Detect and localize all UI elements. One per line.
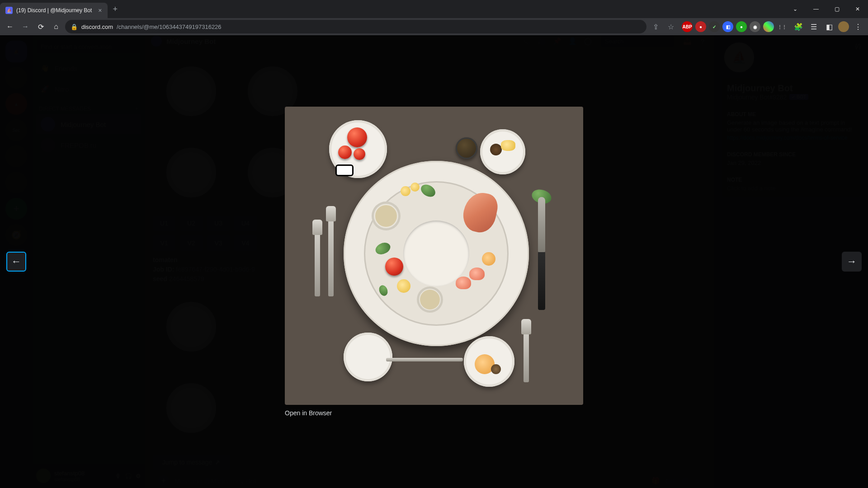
reading-list-icon[interactable]: ☰ — [807, 20, 820, 33]
url-bar[interactable]: 🔒 discord.com/channels/@me/1063443749197… — [65, 20, 646, 33]
profile-avatar-icon[interactable] — [838, 21, 849, 32]
lightbox-next-button[interactable]: → — [842, 252, 862, 272]
lightbox-prev-button[interactable]: ← — [6, 252, 26, 272]
browser-home-button[interactable]: ⌂ — [50, 20, 62, 33]
image-lightbox[interactable]: ← → — [0, 35, 868, 488]
tab-title: (19) Discord | @Midjourney Bot — [16, 7, 92, 14]
window-minimize-icon[interactable]: ― — [806, 0, 826, 18]
new-tab-button[interactable]: + — [108, 5, 123, 14]
share-icon[interactable]: ⇪ — [649, 20, 662, 33]
extension-dots-icon[interactable]: ⋮⋮ — [777, 21, 788, 32]
url-path: /channels/@me/1063443749197316226 — [117, 23, 222, 30]
url-host: discord.com — [81, 23, 113, 30]
browser-back-button[interactable]: ← — [4, 20, 16, 33]
browser-forward-button[interactable]: → — [19, 20, 32, 33]
sidepanel-icon[interactable]: ◧ — [823, 20, 835, 33]
discord-favicon: ⛵ — [5, 7, 13, 14]
extension-red-icon[interactable]: ● — [695, 21, 706, 32]
extension-color-icon[interactable] — [763, 21, 774, 32]
window-close-icon[interactable]: ✕ — [847, 0, 868, 18]
bookmark-star-icon[interactable]: ☆ — [665, 20, 677, 33]
browser-tab[interactable]: ⛵ (19) Discord | @Midjourney Bot × — [0, 3, 108, 18]
open-in-browser-link[interactable]: Open in Browser — [285, 409, 332, 417]
lightbox-image[interactable] — [285, 107, 583, 405]
window-maximize-icon[interactable]: ▢ — [826, 0, 847, 18]
extension-camera-icon[interactable]: ◉ — [750, 21, 760, 32]
overlay-marker-icon — [335, 164, 354, 176]
tab-close-icon[interactable]: × — [98, 7, 102, 14]
extension-abp-icon[interactable]: ABP — [682, 21, 693, 32]
lock-icon: 🔒 — [71, 23, 78, 30]
chrome-dropdown-icon[interactable]: ⌄ — [785, 0, 806, 18]
chrome-menu-icon[interactable]: ⋮ — [852, 20, 864, 33]
browser-reload-button[interactable]: ⟳ — [34, 20, 47, 33]
extension-green-icon[interactable]: ✓ — [709, 21, 720, 32]
extension-blue-icon[interactable]: ◧ — [722, 21, 733, 32]
extension-circle-icon[interactable]: ● — [736, 21, 747, 32]
extensions-puzzle-icon[interactable]: 🧩 — [792, 20, 805, 33]
